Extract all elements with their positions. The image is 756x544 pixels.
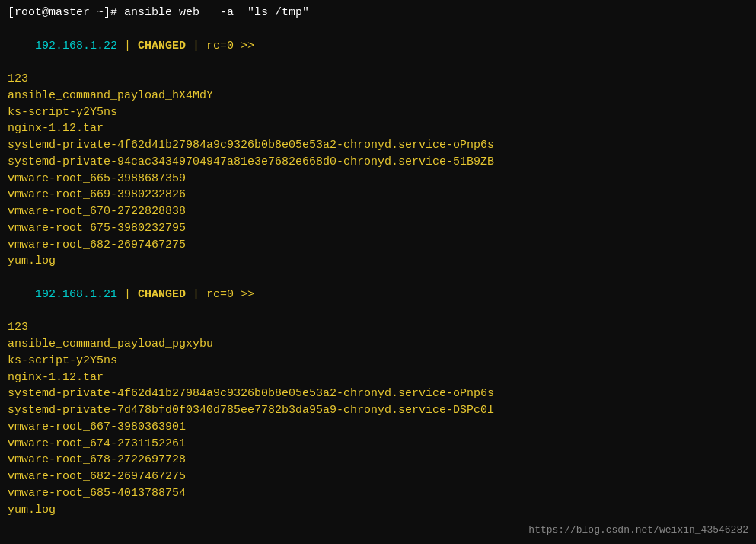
host2-line-7: vmware-root_667-3980363901 bbox=[8, 419, 748, 436]
host2-separator1: | bbox=[117, 288, 138, 301]
host2-header-line: 192.168.1.21 | CHANGED | rc=0 >> bbox=[8, 270, 748, 319]
host1-line-5: systemd-private-4f62d41b27984a9c9326b0b8… bbox=[8, 137, 748, 154]
host1-line-10: vmware-root_675-3980232795 bbox=[8, 220, 748, 237]
host2-line-11: vmware-root_685-4013788754 bbox=[8, 485, 748, 502]
host2-line-12: yum.log bbox=[8, 502, 748, 519]
terminal: [root@master ~]# ansible web -a "ls /tmp… bbox=[0, 0, 756, 544]
host2-line-3: ks-script-y2Y5ns bbox=[8, 353, 748, 370]
host1-line-8: vmware-root_669-3980232826 bbox=[8, 187, 748, 203]
host2-separator2: | rc=0 >> bbox=[186, 288, 254, 301]
host1-line-12: yum.log bbox=[8, 253, 748, 270]
host2-line-10: vmware-root_682-2697467275 bbox=[8, 469, 748, 485]
host2-line-9: vmware-root_678-2722697728 bbox=[8, 452, 748, 469]
host2-line-8: vmware-root_674-2731152261 bbox=[8, 436, 748, 453]
host1-line-4: nginx-1.12.tar bbox=[8, 120, 748, 137]
host2-line-2: ansible_command_payload_pgxybu bbox=[8, 336, 748, 353]
host1-line-3: ks-script-y2Y5ns bbox=[8, 104, 748, 121]
host1-line-6: systemd-private-94cac34349704947a81e3e76… bbox=[8, 154, 748, 171]
host1-separator2: | rc=0 >> bbox=[186, 40, 254, 53]
host1-line-1: 123 bbox=[8, 71, 748, 88]
host1-line-7: vmware-root_665-3988687359 bbox=[8, 171, 748, 187]
host2-line-4: nginx-1.12.tar bbox=[8, 370, 748, 386]
host1-line-2: ansible_command_payload_hX4MdY bbox=[8, 88, 748, 104]
host1-header-line: 192.168.1.22 | CHANGED | rc=0 >> bbox=[8, 21, 748, 71]
host2-ip: 192.168.1.21 bbox=[35, 288, 117, 301]
host2-changed-badge: CHANGED bbox=[138, 288, 186, 301]
host1-ip: 192.168.1.22 bbox=[35, 40, 117, 53]
host1-changed-badge: CHANGED bbox=[138, 40, 186, 53]
watermark-text: https://blog.csdn.net/weixin_43546282 bbox=[528, 523, 748, 538]
command-line: [root@master ~]# ansible web -a "ls /tmp… bbox=[8, 5, 748, 21]
host2-line-5: systemd-private-4f62d41b27984a9c9326b0b8… bbox=[8, 386, 748, 402]
host2-line-6: systemd-private-7d478bfd0f0340d785ee7782… bbox=[8, 402, 748, 419]
host1-separator1: | bbox=[117, 40, 138, 53]
host2-line-1: 123 bbox=[8, 319, 748, 336]
host1-line-11: vmware-root_682-2697467275 bbox=[8, 237, 748, 254]
host1-line-9: vmware-root_670-2722828838 bbox=[8, 203, 748, 220]
